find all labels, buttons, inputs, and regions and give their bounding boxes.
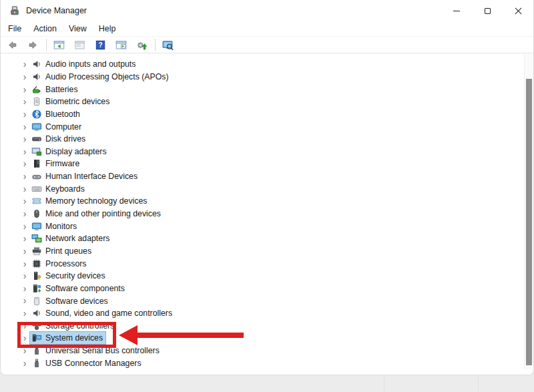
chevron-right-icon[interactable]: › [20, 347, 29, 354]
update-driver-button[interactable] [134, 37, 150, 52]
device-manager-window: Device Manager FileActionViewHelp ? ›Aud… [0, 0, 534, 375]
tree-item-firmware[interactable]: ›Firmware [1, 158, 533, 170]
chevron-right-icon[interactable]: › [20, 136, 29, 142]
device-category-label: Audio Processing Objects (APOs) [45, 72, 169, 81]
chevron-right-icon[interactable]: › [20, 73, 29, 80]
tree-item-security-devices[interactable]: ›Security devices [1, 270, 533, 282]
tree-item-display-adapters[interactable]: ›Display adapters [1, 145, 533, 158]
tree-item-surface: Sound, video and game controllers [29, 307, 176, 320]
menu-action[interactable]: Action [27, 23, 63, 35]
chevron-right-icon[interactable]: › [20, 186, 29, 192]
tree-item-audio-inputs-and-outputs[interactable]: ›Audio inputs and outputs [1, 58, 533, 71]
console-tree-icon [53, 39, 65, 51]
chevron-right-icon[interactable]: › [20, 210, 29, 217]
back-button[interactable] [4, 37, 20, 52]
chevron-right-icon[interactable]: › [20, 335, 29, 341]
tree-item-keyboards[interactable]: ›Keyboards [1, 182, 533, 195]
tree-item-software-devices[interactable]: ›Software devices [1, 295, 533, 307]
device-manager-icon [9, 5, 20, 16]
tree-item-system-devices[interactable]: ›System devices [1, 332, 533, 345]
tree-item-batteries[interactable]: ›Batteries [1, 83, 533, 95]
tree-item-sound-video-and-game-controllers[interactable]: ›Sound, video and game controllers [1, 307, 533, 320]
tree-item-print-queues[interactable]: ›Print queues [1, 245, 533, 258]
memory-card-icon [31, 196, 42, 206]
tree-item-monitors[interactable]: ›Monitors [1, 220, 533, 232]
action-pane-button[interactable] [113, 37, 129, 52]
tree-item-human-interface-devices[interactable]: ›Human Interface Devices [1, 170, 533, 183]
chevron-right-icon[interactable]: › [20, 297, 29, 304]
tree-item-universal-serial-bus-controllers[interactable]: ›Universal Serial Bus controllers [1, 345, 533, 357]
device-category-label: Disk drives [45, 134, 85, 144]
tree-item-bluetooth[interactable]: ›Bluetooth [1, 108, 533, 121]
tree-item-audio-processing-objects-apos[interactable]: ›Audio Processing Objects (APOs) [1, 71, 533, 83]
menu-file[interactable]: File [2, 23, 27, 35]
chevron-right-icon[interactable]: › [20, 173, 29, 180]
tree-item-disk-drives[interactable]: ›Disk drives [1, 133, 533, 146]
tree-item-storage-controllers[interactable]: ›Storage controllers [1, 319, 533, 332]
tree-item-usb-connector-managers[interactable]: ›USB Connector Managers [1, 357, 533, 369]
device-category-label: Human Interface Devices [45, 172, 138, 181]
chevron-right-icon[interactable]: › [20, 310, 29, 317]
tree-item-surface: Mice and other pointing devices [29, 207, 164, 220]
mouse-icon [31, 208, 42, 219]
properties-button[interactable] [71, 37, 87, 52]
menu-bar: FileActionViewHelp [1, 21, 533, 37]
help-button[interactable]: ? [92, 37, 108, 52]
maximize-button[interactable] [472, 0, 503, 21]
minimize-button[interactable] [441, 0, 472, 21]
scan-hardware-changes-button[interactable] [160, 37, 176, 52]
forward-button[interactable] [25, 37, 41, 52]
tree-item-surface: USB Connector Managers [29, 357, 145, 370]
tree-item-memory-technology-devices[interactable]: ›Memory technology devices [1, 195, 533, 208]
vertical-scrollbar[interactable] [524, 54, 533, 369]
properties-icon [74, 39, 85, 51]
scrollbar-thumb[interactable] [526, 79, 532, 365]
tree-item-network-adapters[interactable]: ›Network adapters [1, 232, 533, 245]
tree-item-surface: Keyboards [29, 182, 88, 196]
chevron-right-icon[interactable]: › [20, 235, 29, 242]
chevron-right-icon[interactable]: › [20, 148, 29, 155]
chevron-right-icon[interactable]: › [20, 323, 29, 329]
tree-item-software-components[interactable]: ›Software components [1, 282, 533, 295]
chevron-right-icon[interactable]: › [20, 360, 29, 367]
close-icon [515, 7, 522, 15]
device-category-label: Firmware [45, 159, 79, 168]
tree-item-biometric-devices[interactable]: ›Biometric devices [1, 95, 533, 108]
tree-item-computer[interactable]: ›Computer [1, 120, 533, 133]
tree-item-processors[interactable]: ›Processors [1, 257, 533, 270]
chevron-right-icon[interactable]: › [20, 198, 29, 204]
device-category-label: System devices [45, 333, 103, 343]
tree-item-mice-and-other-pointing-devices[interactable]: ›Mice and other pointing devices [1, 208, 533, 220]
display-adapter-icon [31, 146, 42, 157]
device-category-label: Batteries [45, 85, 78, 94]
close-button[interactable] [503, 0, 533, 21]
chevron-right-icon[interactable]: › [20, 248, 29, 254]
menu-view[interactable]: View [63, 23, 93, 35]
chevron-right-icon[interactable]: › [20, 223, 29, 230]
device-category-label: Sound, video and game controllers [45, 309, 172, 318]
tree-item-surface: Print queues [29, 244, 95, 258]
software-component-icon [31, 283, 42, 294]
chevron-right-icon[interactable]: › [20, 86, 29, 93]
chevron-right-icon[interactable]: › [20, 272, 29, 279]
tree-item-surface: Disk drives [29, 132, 89, 146]
chevron-right-icon[interactable]: › [20, 285, 29, 292]
battery-icon [31, 84, 42, 95]
chevron-right-icon[interactable]: › [20, 111, 29, 118]
tree-item-surface: Software components [29, 282, 128, 295]
processor-icon [31, 258, 42, 269]
chevron-right-icon[interactable]: › [20, 160, 29, 167]
menu-help[interactable]: Help [93, 23, 122, 35]
tree-item-surface: Audio Processing Objects (APOs) [29, 70, 172, 83]
chevron-right-icon[interactable]: › [20, 260, 29, 267]
tree-item-surface: Bluetooth [29, 108, 83, 121]
chevron-right-icon[interactable]: › [20, 124, 29, 130]
chevron-right-icon[interactable]: › [20, 61, 29, 67]
chevron-right-icon[interactable]: › [20, 98, 29, 105]
bottom-bar [0, 375, 534, 392]
tree-item-surface: Biometric devices [29, 95, 113, 108]
usb-icon [31, 345, 42, 356]
storage-controller-icon [31, 321, 42, 331]
security-device-icon [31, 270, 42, 281]
show-hide-console-tree-button[interactable] [51, 37, 67, 52]
